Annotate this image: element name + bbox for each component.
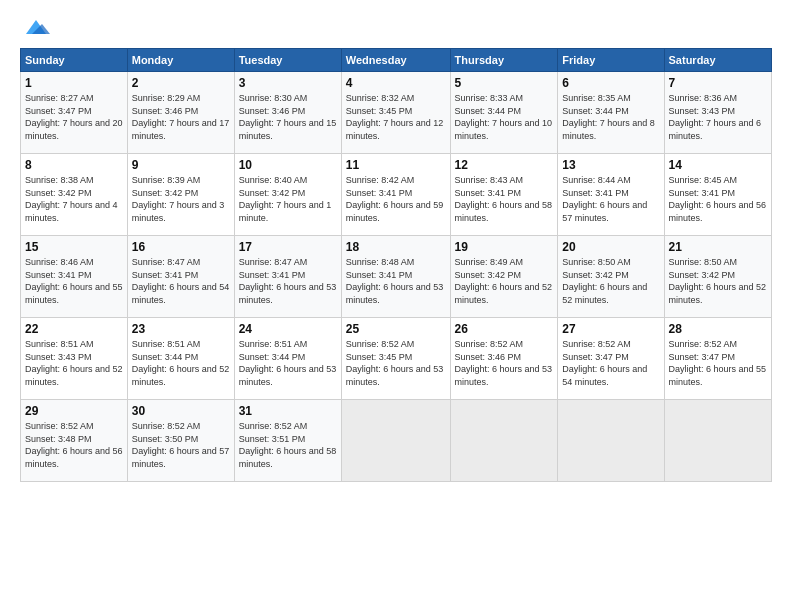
day-info: Sunrise: 8:49 AMSunset: 3:42 PMDaylight:… — [455, 256, 554, 306]
calendar-cell: 24 Sunrise: 8:51 AMSunset: 3:44 PMDaylig… — [234, 318, 341, 400]
weekday-header: Friday — [558, 49, 664, 72]
day-number: 7 — [669, 76, 767, 90]
calendar-cell — [664, 400, 771, 482]
day-info: Sunrise: 8:30 AMSunset: 3:46 PMDaylight:… — [239, 92, 337, 142]
calendar-cell: 25 Sunrise: 8:52 AMSunset: 3:45 PMDaylig… — [341, 318, 450, 400]
calendar-cell: 3 Sunrise: 8:30 AMSunset: 3:46 PMDayligh… — [234, 72, 341, 154]
calendar-cell: 5 Sunrise: 8:33 AMSunset: 3:44 PMDayligh… — [450, 72, 558, 154]
day-info: Sunrise: 8:39 AMSunset: 3:42 PMDaylight:… — [132, 174, 230, 224]
day-info: Sunrise: 8:40 AMSunset: 3:42 PMDaylight:… — [239, 174, 337, 224]
day-info: Sunrise: 8:46 AMSunset: 3:41 PMDaylight:… — [25, 256, 123, 306]
day-number: 15 — [25, 240, 123, 254]
page: SundayMondayTuesdayWednesdayThursdayFrid… — [0, 0, 792, 612]
calendar-week-row: 22 Sunrise: 8:51 AMSunset: 3:43 PMDaylig… — [21, 318, 772, 400]
header — [20, 16, 772, 38]
calendar-cell: 29 Sunrise: 8:52 AMSunset: 3:48 PMDaylig… — [21, 400, 128, 482]
day-info: Sunrise: 8:32 AMSunset: 3:45 PMDaylight:… — [346, 92, 446, 142]
day-number: 21 — [669, 240, 767, 254]
day-info: Sunrise: 8:52 AMSunset: 3:47 PMDaylight:… — [562, 338, 659, 388]
weekday-header: Thursday — [450, 49, 558, 72]
day-number: 16 — [132, 240, 230, 254]
day-info: Sunrise: 8:52 AMSunset: 3:46 PMDaylight:… — [455, 338, 554, 388]
calendar-cell: 27 Sunrise: 8:52 AMSunset: 3:47 PMDaylig… — [558, 318, 664, 400]
calendar-cell: 13 Sunrise: 8:44 AMSunset: 3:41 PMDaylig… — [558, 154, 664, 236]
calendar-cell — [450, 400, 558, 482]
calendar-week-row: 8 Sunrise: 8:38 AMSunset: 3:42 PMDayligh… — [21, 154, 772, 236]
day-number: 23 — [132, 322, 230, 336]
day-number: 19 — [455, 240, 554, 254]
day-info: Sunrise: 8:36 AMSunset: 3:43 PMDaylight:… — [669, 92, 767, 142]
day-info: Sunrise: 8:51 AMSunset: 3:43 PMDaylight:… — [25, 338, 123, 388]
calendar-cell: 2 Sunrise: 8:29 AMSunset: 3:46 PMDayligh… — [127, 72, 234, 154]
day-info: Sunrise: 8:44 AMSunset: 3:41 PMDaylight:… — [562, 174, 659, 224]
day-info: Sunrise: 8:42 AMSunset: 3:41 PMDaylight:… — [346, 174, 446, 224]
calendar-cell: 20 Sunrise: 8:50 AMSunset: 3:42 PMDaylig… — [558, 236, 664, 318]
calendar-cell: 26 Sunrise: 8:52 AMSunset: 3:46 PMDaylig… — [450, 318, 558, 400]
calendar-table: SundayMondayTuesdayWednesdayThursdayFrid… — [20, 48, 772, 482]
day-number: 20 — [562, 240, 659, 254]
day-number: 17 — [239, 240, 337, 254]
calendar-week-row: 15 Sunrise: 8:46 AMSunset: 3:41 PMDaylig… — [21, 236, 772, 318]
day-number: 29 — [25, 404, 123, 418]
day-number: 5 — [455, 76, 554, 90]
day-info: Sunrise: 8:50 AMSunset: 3:42 PMDaylight:… — [669, 256, 767, 306]
weekday-header: Sunday — [21, 49, 128, 72]
logo-text — [20, 16, 50, 38]
calendar-cell: 9 Sunrise: 8:39 AMSunset: 3:42 PMDayligh… — [127, 154, 234, 236]
day-info: Sunrise: 8:51 AMSunset: 3:44 PMDaylight:… — [239, 338, 337, 388]
day-number: 9 — [132, 158, 230, 172]
day-number: 18 — [346, 240, 446, 254]
day-info: Sunrise: 8:52 AMSunset: 3:50 PMDaylight:… — [132, 420, 230, 470]
calendar-cell: 1 Sunrise: 8:27 AMSunset: 3:47 PMDayligh… — [21, 72, 128, 154]
calendar-cell: 7 Sunrise: 8:36 AMSunset: 3:43 PMDayligh… — [664, 72, 771, 154]
day-number: 27 — [562, 322, 659, 336]
calendar-cell — [558, 400, 664, 482]
day-number: 28 — [669, 322, 767, 336]
day-info: Sunrise: 8:52 AMSunset: 3:45 PMDaylight:… — [346, 338, 446, 388]
day-number: 10 — [239, 158, 337, 172]
day-number: 1 — [25, 76, 123, 90]
day-number: 13 — [562, 158, 659, 172]
calendar-cell: 17 Sunrise: 8:47 AMSunset: 3:41 PMDaylig… — [234, 236, 341, 318]
weekday-header: Wednesday — [341, 49, 450, 72]
day-info: Sunrise: 8:33 AMSunset: 3:44 PMDaylight:… — [455, 92, 554, 142]
day-info: Sunrise: 8:27 AMSunset: 3:47 PMDaylight:… — [25, 92, 123, 142]
calendar-week-row: 1 Sunrise: 8:27 AMSunset: 3:47 PMDayligh… — [21, 72, 772, 154]
day-number: 14 — [669, 158, 767, 172]
day-info: Sunrise: 8:52 AMSunset: 3:47 PMDaylight:… — [669, 338, 767, 388]
day-info: Sunrise: 8:48 AMSunset: 3:41 PMDaylight:… — [346, 256, 446, 306]
calendar-cell: 31 Sunrise: 8:52 AMSunset: 3:51 PMDaylig… — [234, 400, 341, 482]
calendar-cell: 8 Sunrise: 8:38 AMSunset: 3:42 PMDayligh… — [21, 154, 128, 236]
day-info: Sunrise: 8:35 AMSunset: 3:44 PMDaylight:… — [562, 92, 659, 142]
calendar-cell: 23 Sunrise: 8:51 AMSunset: 3:44 PMDaylig… — [127, 318, 234, 400]
calendar-cell: 22 Sunrise: 8:51 AMSunset: 3:43 PMDaylig… — [21, 318, 128, 400]
weekday-header: Tuesday — [234, 49, 341, 72]
calendar-cell: 30 Sunrise: 8:52 AMSunset: 3:50 PMDaylig… — [127, 400, 234, 482]
day-number: 24 — [239, 322, 337, 336]
day-number: 8 — [25, 158, 123, 172]
logo-icon — [22, 16, 50, 38]
day-info: Sunrise: 8:52 AMSunset: 3:48 PMDaylight:… — [25, 420, 123, 470]
day-number: 30 — [132, 404, 230, 418]
calendar-cell: 11 Sunrise: 8:42 AMSunset: 3:41 PMDaylig… — [341, 154, 450, 236]
calendar-cell: 14 Sunrise: 8:45 AMSunset: 3:41 PMDaylig… — [664, 154, 771, 236]
calendar-week-row: 29 Sunrise: 8:52 AMSunset: 3:48 PMDaylig… — [21, 400, 772, 482]
day-info: Sunrise: 8:38 AMSunset: 3:42 PMDaylight:… — [25, 174, 123, 224]
calendar-cell: 19 Sunrise: 8:49 AMSunset: 3:42 PMDaylig… — [450, 236, 558, 318]
day-info: Sunrise: 8:47 AMSunset: 3:41 PMDaylight:… — [239, 256, 337, 306]
calendar-cell: 10 Sunrise: 8:40 AMSunset: 3:42 PMDaylig… — [234, 154, 341, 236]
logo — [20, 16, 48, 38]
day-info: Sunrise: 8:43 AMSunset: 3:41 PMDaylight:… — [455, 174, 554, 224]
day-number: 3 — [239, 76, 337, 90]
day-number: 12 — [455, 158, 554, 172]
day-info: Sunrise: 8:47 AMSunset: 3:41 PMDaylight:… — [132, 256, 230, 306]
day-number: 25 — [346, 322, 446, 336]
calendar-cell: 16 Sunrise: 8:47 AMSunset: 3:41 PMDaylig… — [127, 236, 234, 318]
day-info: Sunrise: 8:50 AMSunset: 3:42 PMDaylight:… — [562, 256, 659, 306]
calendar-cell: 12 Sunrise: 8:43 AMSunset: 3:41 PMDaylig… — [450, 154, 558, 236]
day-number: 22 — [25, 322, 123, 336]
day-number: 4 — [346, 76, 446, 90]
day-info: Sunrise: 8:29 AMSunset: 3:46 PMDaylight:… — [132, 92, 230, 142]
weekday-header: Saturday — [664, 49, 771, 72]
day-number: 2 — [132, 76, 230, 90]
